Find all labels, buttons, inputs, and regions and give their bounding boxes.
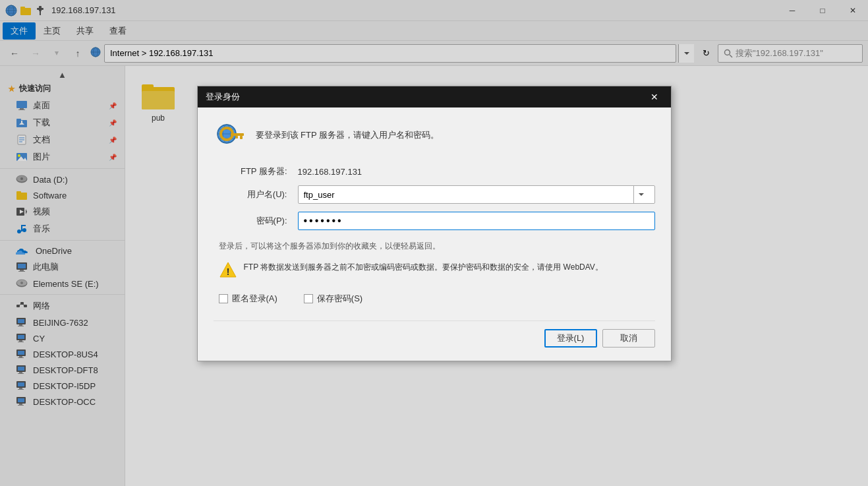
ftp-server-value: 192.168.197.131 [298,167,655,177]
dialog-header-text: 要登录到该 FTP 服务器，请键入用户名和密码。 [256,121,440,142]
dialog-content: 要登录到该 FTP 服务器，请键入用户名和密码。 FTP 服务器: 192.16… [198,107,671,361]
svg-rect-91 [235,136,238,138]
save-password-checkbox[interactable]: 保存密码(S) [304,293,362,305]
username-input[interactable] [298,185,655,204]
dialog-header: 要登录到该 FTP 服务器，请键入用户名和密码。 [214,121,655,152]
dialog-warning-text: FTP 将数据发送到服务器之前不加密或编码密码或数据。要保护密码和数据的安全，请… [244,261,603,273]
svg-rect-90 [240,136,243,139]
dialog-form: FTP 服务器: 192.168.197.131 用户名(U): 密码(P): [214,166,655,230]
svg-marker-92 [639,193,644,196]
save-password-checkbox-box[interactable] [304,294,313,303]
password-label: 密码(P): [214,215,293,227]
svg-rect-89 [231,133,244,136]
dialog-close-button[interactable]: ✕ [646,88,663,106]
dialog-buttons: 登录(L) 取消 [214,320,655,348]
username-field[interactable] [304,190,633,200]
login-dialog: 登录身份 ✕ [197,86,672,361]
password-input[interactable] [298,212,655,230]
save-password-label: 保存密码(S) [317,293,362,305]
login-button[interactable]: 登录(L) [544,329,597,348]
warning-icon: ! [219,261,237,280]
svg-text:!: ! [226,266,229,277]
dialog-title: 登录身份 [206,91,240,103]
dialog-notice-text: 登录后，可以将这个服务器添加到你的收藏夹，以便轻易返回。 [219,241,440,251]
dialog-overlay: 登录身份 ✕ [0,0,868,486]
key-icon [214,121,245,152]
password-field[interactable] [304,215,649,227]
cancel-button[interactable]: 取消 [602,329,655,348]
username-dropdown[interactable] [633,186,649,203]
dialog-checkboxes: 匿名登录(A) 保存密码(S) [214,293,655,305]
dialog-notice: 登录后，可以将这个服务器添加到你的收藏夹，以便轻易返回。 [214,241,655,252]
dialog-title-bar: 登录身份 ✕ [198,86,671,107]
anonymous-login-label: 匿名登录(A) [232,293,277,305]
dialog-warning: ! FTP 将数据发送到服务器之前不加密或编码密码或数据。要保护密码和数据的安全… [214,261,655,280]
ftp-server-label: FTP 服务器: [214,166,293,177]
username-label: 用户名(U): [214,189,293,200]
anonymous-checkbox-box[interactable] [219,294,228,303]
anonymous-login-checkbox[interactable]: 匿名登录(A) [219,293,277,305]
